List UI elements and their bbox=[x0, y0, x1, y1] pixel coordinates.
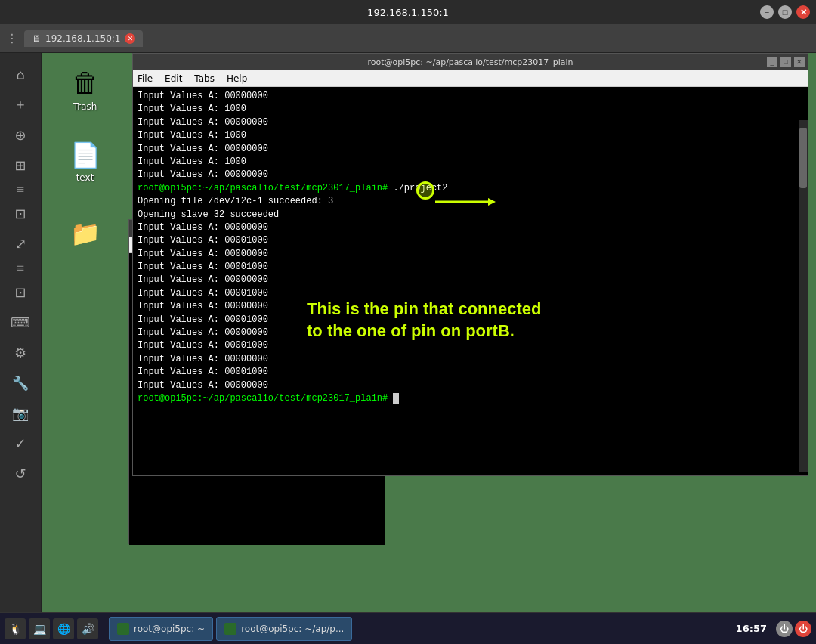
term-main-menu-tabs[interactable]: Tabs bbox=[194, 73, 215, 84]
title-bar: 192.168.1.150:1 − □ ✕ bbox=[0, 0, 816, 24]
sidebar-divider: ≡ bbox=[16, 183, 25, 195]
trash-label: Trash bbox=[73, 101, 97, 112]
term-line: Input Values A: 1000 bbox=[138, 156, 803, 169]
sidebar-icon-view[interactable]: ⊡ bbox=[7, 200, 34, 227]
term-main-min[interactable]: _ bbox=[767, 57, 777, 67]
terminal2-icon bbox=[224, 623, 236, 635]
taskbar-power-icons: ⏻ ⏻ bbox=[776, 621, 811, 637]
term-main-menu: File Edit Tabs Help bbox=[133, 70, 808, 87]
taskbar-btn2-label: root@opi5pc: ~/ap/p... bbox=[241, 624, 344, 634]
text-label: text bbox=[76, 172, 94, 183]
term-line: Input Values A: 00000000 bbox=[138, 169, 803, 181]
taskbar-icon-penguin[interactable]: 🐧 bbox=[5, 618, 26, 639]
term-line: Input Values A: 00000000 bbox=[138, 143, 803, 156]
desktop-icon-trash[interactable]: 🗑 Trash bbox=[69, 64, 102, 115]
minimize-button[interactable]: − bbox=[760, 5, 774, 19]
term-line: Input Values A: 00000000 bbox=[138, 221, 803, 234]
taskbar-btn1-label: root@opi5pc: ~ bbox=[134, 624, 205, 634]
annotation-circle bbox=[416, 181, 434, 200]
term-scrollbar-thumb[interactable] bbox=[799, 128, 807, 188]
sidebar-icon-expand[interactable]: ⤢ bbox=[7, 230, 34, 257]
taskbar-icon-display[interactable]: 💻 bbox=[29, 618, 50, 639]
sidebar-icon-camera[interactable]: 📷 bbox=[7, 399, 34, 426]
taskbar-btn-terminal2[interactable]: root@opi5pc: ~/ap/p... bbox=[216, 617, 352, 641]
main-area: ⌂ ＋ ⊕ ⊞ ≡ ⊡ ⤢ ≡ ⊡ ⌨ ⚙ 🔧 📷 ✓ ↺ 🗑 Trash 📄 … bbox=[0, 53, 816, 612]
power-icon-off[interactable]: ⏻ bbox=[795, 621, 811, 637]
close-button[interactable]: ✕ bbox=[796, 5, 810, 19]
term-line: Input Values A: 00000000 bbox=[138, 116, 803, 129]
term-main-menu-file[interactable]: File bbox=[138, 73, 153, 84]
sidebar-icon-crop[interactable]: ⊕ bbox=[7, 121, 34, 148]
sidebar-icon-keyboard[interactable]: ⌨ bbox=[7, 308, 34, 336]
sidebar-icon-select[interactable]: ⊡ bbox=[7, 278, 34, 305]
term-main-close[interactable]: ✕ bbox=[794, 57, 805, 67]
text-file-icon: 📄 bbox=[70, 141, 100, 169]
tab-close-button[interactable]: ✕ bbox=[125, 33, 135, 44]
terminal-main: root@opi5pc: ~/ap/pascalio/test/mcp23017… bbox=[132, 53, 808, 476]
sidebar: ⌂ ＋ ⊕ ⊞ ≡ ⊡ ⤢ ≡ ⊡ ⌨ ⚙ 🔧 📷 ✓ ↺ bbox=[0, 53, 42, 612]
sidebar-divider2: ≡ bbox=[16, 262, 25, 274]
term-line: Input Values A: 00000000 bbox=[138, 379, 803, 392]
trash-icon: 🗑 bbox=[72, 67, 99, 98]
term-line: Input Values A: 00000000 bbox=[138, 90, 803, 103]
maximize-button[interactable]: □ bbox=[778, 5, 792, 19]
taskbar-icon-volume[interactable]: 🔊 bbox=[77, 618, 98, 639]
term-main-menu-help[interactable]: Help bbox=[227, 73, 247, 84]
term-line: Input Values A: 00000000 bbox=[138, 353, 803, 366]
power-icon-sleep[interactable]: ⏻ bbox=[776, 621, 793, 637]
term-line: Input Values A: 00000000 bbox=[138, 248, 803, 261]
term-line: Input Values A: 00001000 bbox=[138, 261, 803, 274]
terminal1-icon bbox=[117, 623, 129, 635]
taskbar-time: 16:57 bbox=[736, 623, 767, 634]
desktop: 🗑 Trash 📄 text 📁 bbox=[42, 53, 128, 612]
term-line: Input Values A: 1000 bbox=[138, 129, 803, 142]
term-prompt2: root@opi5pc:~/ap/pascalio/test/mcp23017_… bbox=[138, 392, 803, 405]
window-title: 192.168.1.150:1 bbox=[367, 7, 449, 18]
tab-bar: ⋮ 🖥 192.168.1.150:1 ✕ bbox=[0, 24, 816, 53]
term-line: Input Values A: 00001000 bbox=[138, 234, 803, 247]
tab-item-main[interactable]: 🖥 192.168.1.150:1 ✕ bbox=[24, 30, 143, 47]
term-line: Input Values A: 00001000 bbox=[138, 366, 803, 379]
sidebar-icon-home[interactable]: ⌂ bbox=[7, 60, 34, 88]
annotation-text: This is the pin that connected to the on… bbox=[307, 299, 541, 342]
desktop-icon-text[interactable]: 📄 text bbox=[67, 138, 104, 186]
term-main-titlebar: root@opi5pc: ~/ap/pascalio/test/mcp23017… bbox=[133, 54, 808, 70]
folder-icon: 📁 bbox=[70, 219, 100, 248]
taskbar-btn-terminal1[interactable]: root@opi5pc: ~ bbox=[109, 617, 213, 641]
taskbar-icon-network[interactable]: 🌐 bbox=[53, 618, 74, 639]
term-scrollbar[interactable] bbox=[799, 120, 808, 472]
tab-label: 192.168.1.150:1 bbox=[45, 33, 120, 44]
term-main-body: Input Values A: 00000000 Input Values A:… bbox=[133, 87, 808, 472]
sidebar-icon-refresh[interactable]: ↺ bbox=[7, 460, 34, 487]
term-line: Input Values A: 1000 bbox=[138, 103, 803, 116]
sidebar-icon-settings[interactable]: ⚙ bbox=[7, 339, 34, 366]
term-main-max[interactable]: □ bbox=[780, 57, 791, 67]
annotation-overlay: This is the pin that connected to the on… bbox=[307, 299, 541, 342]
term-main-menu-edit[interactable]: Edit bbox=[165, 73, 182, 84]
taskbar-sys-icons: 🐧 💻 🌐 🔊 bbox=[5, 618, 98, 639]
term-main-controls: _ □ ✕ bbox=[767, 57, 805, 67]
tab-icon: 🖥 bbox=[32, 33, 41, 44]
term-line: Input Values A: 00000000 bbox=[138, 274, 803, 286]
annotation-arrow bbox=[435, 190, 496, 213]
sidebar-icon-check[interactable]: ✓ bbox=[7, 429, 34, 457]
tab-menu-dots[interactable]: ⋮ bbox=[6, 31, 18, 45]
terminals-area: root@opi5pc: ~ _ □ ✕ File Edit Tabs 10: … bbox=[128, 53, 816, 612]
desktop-icon-folder[interactable]: 📁 bbox=[67, 216, 104, 251]
svg-marker-1 bbox=[488, 198, 496, 206]
taskbar: 🐧 💻 🌐 🔊 root@opi5pc: ~ root@opi5pc: ~/ap… bbox=[0, 612, 816, 644]
sidebar-icon-add[interactable]: ＋ bbox=[7, 91, 34, 118]
sidebar-icon-grid[interactable]: ⊞ bbox=[7, 151, 34, 178]
sidebar-icon-wrench[interactable]: 🔧 bbox=[7, 369, 34, 396]
term-main-title: root@opi5pc: ~/ap/pascalio/test/mcp23017… bbox=[367, 57, 573, 67]
window-controls: − □ ✕ bbox=[760, 5, 810, 19]
